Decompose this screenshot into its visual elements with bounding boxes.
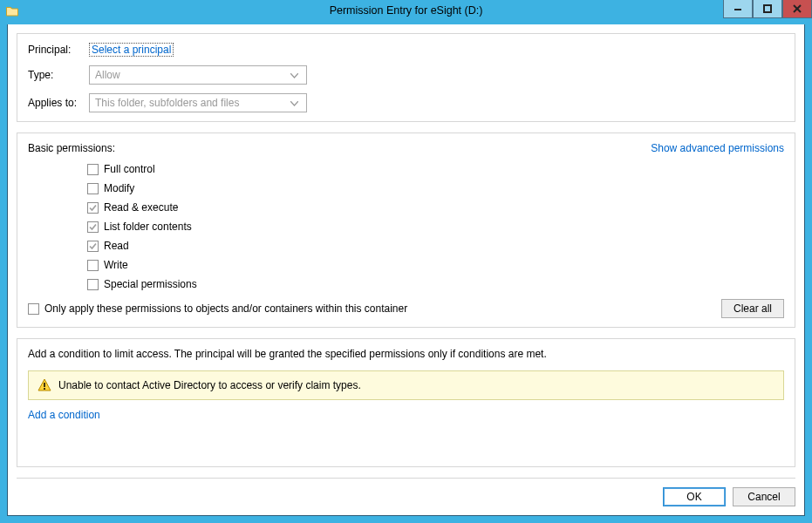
type-label: Type: [28, 69, 89, 81]
permission-label: Full control [104, 163, 155, 175]
permission-row[interactable]: Modify [87, 179, 784, 198]
permission-label: Read [104, 240, 129, 252]
maximize-button[interactable] [753, 0, 782, 18]
ok-button[interactable]: OK [663, 487, 726, 506]
conditions-panel: Add a condition to limit access. The pri… [17, 338, 795, 467]
show-advanced-permissions-link[interactable]: Show advanced permissions [651, 142, 784, 154]
permission-checkbox[interactable] [87, 241, 99, 252]
principal-panel: Principal: Select a principal Type: Allo… [17, 33, 795, 122]
applies-to-label: Applies to: [28, 97, 89, 109]
permission-row[interactable]: Read & execute [87, 198, 784, 217]
warning-icon [38, 378, 51, 392]
minimize-button[interactable] [723, 0, 753, 18]
permission-label: Modify [104, 182, 134, 194]
permission-row[interactable]: Write [87, 255, 784, 275]
permission-checkbox[interactable] [87, 164, 99, 175]
permission-label: Write [104, 259, 128, 271]
basic-permissions-header: Basic permissions: [28, 142, 115, 154]
warning-text: Unable to contact Active Directory to ac… [58, 379, 361, 391]
permission-label: Read & execute [104, 201, 178, 214]
type-select-value: Allow [95, 69, 120, 81]
conditions-intro: Add a condition to limit access. The pri… [28, 348, 784, 360]
window-title: Permission Entry for eSight (D:) [7, 4, 805, 17]
cancel-button[interactable]: Cancel [733, 487, 795, 506]
principal-label: Principal: [28, 44, 89, 56]
permission-row[interactable]: Full control [87, 160, 784, 179]
only-apply-checkbox-row[interactable]: Only apply these permissions to objects … [28, 299, 407, 318]
close-button[interactable] [782, 0, 812, 18]
permission-checkbox[interactable] [87, 221, 99, 233]
permission-row[interactable]: Read [87, 236, 784, 255]
permission-checkbox[interactable] [87, 202, 99, 214]
permission-row[interactable]: Special permissions [87, 275, 784, 294]
permission-label: Special permissions [104, 278, 197, 290]
add-condition-link[interactable]: Add a condition [28, 409, 100, 421]
svg-point-5 [44, 388, 45, 390]
only-apply-label: Only apply these permissions to objects … [44, 302, 407, 315]
applies-to-select[interactable]: This folder, subfolders and files [89, 93, 307, 112]
applies-to-select-value: This folder, subfolders and files [95, 97, 239, 109]
only-apply-checkbox[interactable] [28, 303, 39, 315]
permission-checkbox[interactable] [87, 183, 99, 194]
permission-checkbox[interactable] [87, 279, 99, 290]
svg-rect-1 [764, 5, 771, 12]
chevron-down-icon [287, 69, 301, 81]
warning-alert: Unable to contact Active Directory to ac… [28, 370, 784, 400]
type-select[interactable]: Allow [89, 65, 307, 85]
permissions-panel: Basic permissions: Show advanced permiss… [17, 132, 795, 328]
dialog-footer: OK Cancel [17, 478, 795, 506]
chevron-down-icon [287, 97, 301, 109]
permission-checkbox[interactable] [87, 260, 99, 271]
permission-row[interactable]: List folder contents [87, 217, 784, 236]
clear-all-button[interactable]: Clear all [721, 299, 784, 318]
permission-label: List folder contents [104, 221, 192, 233]
select-principal-link[interactable]: Select a principal [89, 43, 174, 57]
